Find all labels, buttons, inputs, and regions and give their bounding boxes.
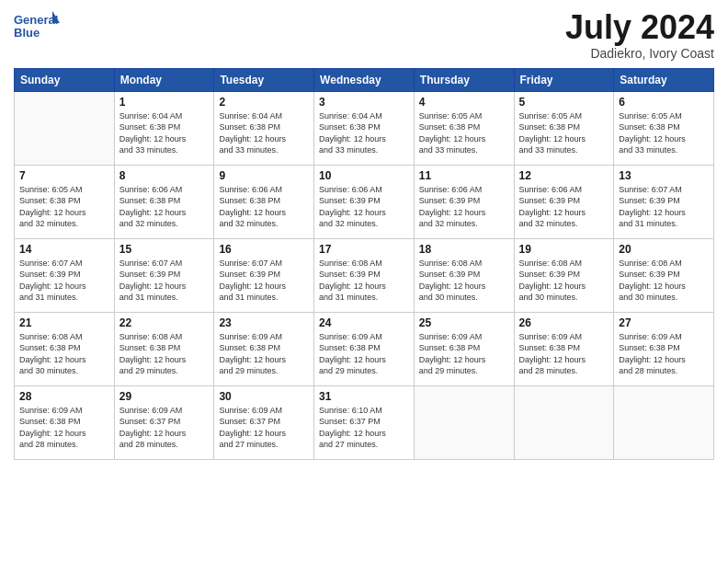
header: General Blue July 2024 Dadiekro, Ivory C… [14,9,714,61]
col-header-friday: Friday [514,68,614,91]
day-number: 16 [219,243,309,256]
logo: General Blue [14,9,60,46]
day-info: Sunrise: 6:07 AM Sunset: 6:39 PM Dayligh… [219,258,309,304]
day-number: 23 [219,316,309,329]
calendar-week-0: 1Sunrise: 6:04 AM Sunset: 6:38 PM Daylig… [15,91,714,165]
svg-text:Blue: Blue [14,26,40,40]
day-info: Sunrise: 6:09 AM Sunset: 6:38 PM Dayligh… [619,331,709,377]
table-row: 3Sunrise: 6:04 AM Sunset: 6:38 PM Daylig… [314,91,415,165]
day-info: Sunrise: 6:06 AM Sunset: 6:39 PM Dayligh… [519,184,609,230]
day-number: 14 [19,243,109,256]
table-row: 10Sunrise: 6:06 AM Sunset: 6:39 PM Dayli… [314,165,415,238]
table-row: 22Sunrise: 6:08 AM Sunset: 6:38 PM Dayli… [114,312,214,385]
table-row [15,91,115,165]
day-number: 8 [119,169,210,182]
day-number: 21 [19,316,109,329]
table-row: 14Sunrise: 6:07 AM Sunset: 6:39 PM Dayli… [15,238,115,312]
day-info: Sunrise: 6:04 AM Sunset: 6:38 PM Dayligh… [219,110,309,156]
day-info: Sunrise: 6:09 AM Sunset: 6:38 PM Dayligh… [419,331,509,377]
day-number: 6 [619,96,709,109]
table-row: 21Sunrise: 6:08 AM Sunset: 6:38 PM Dayli… [15,312,115,385]
day-number: 9 [219,169,309,182]
table-row [514,385,614,459]
calendar-week-4: 28Sunrise: 6:09 AM Sunset: 6:38 PM Dayli… [15,385,714,459]
day-number: 25 [419,316,509,329]
day-number: 13 [619,169,709,182]
day-info: Sunrise: 6:08 AM Sunset: 6:39 PM Dayligh… [619,258,709,304]
day-info: Sunrise: 6:09 AM Sunset: 6:38 PM Dayligh… [19,405,109,451]
day-number: 5 [519,96,609,109]
day-number: 17 [319,243,409,256]
day-info: Sunrise: 6:08 AM Sunset: 6:39 PM Dayligh… [519,258,609,304]
day-info: Sunrise: 6:05 AM Sunset: 6:38 PM Dayligh… [519,110,609,156]
day-number: 24 [319,316,409,329]
day-info: Sunrise: 6:06 AM Sunset: 6:39 PM Dayligh… [319,184,409,230]
day-info: Sunrise: 6:04 AM Sunset: 6:38 PM Dayligh… [119,110,210,156]
title-section: July 2024 Dadiekro, Ivory Coast [565,9,714,61]
day-number: 10 [319,169,409,182]
day-number: 3 [319,96,409,109]
day-number: 20 [619,243,709,256]
day-info: Sunrise: 6:09 AM Sunset: 6:38 PM Dayligh… [319,331,409,377]
table-row: 23Sunrise: 6:09 AM Sunset: 6:38 PM Dayli… [214,312,314,385]
day-number: 18 [419,243,509,256]
calendar-week-2: 14Sunrise: 6:07 AM Sunset: 6:39 PM Dayli… [15,238,714,312]
table-row: 18Sunrise: 6:08 AM Sunset: 6:39 PM Dayli… [414,238,514,312]
table-row: 12Sunrise: 6:06 AM Sunset: 6:39 PM Dayli… [514,165,614,238]
day-number: 2 [219,96,309,109]
table-row [614,385,714,459]
col-header-wednesday: Wednesday [314,68,415,91]
location: Dadiekro, Ivory Coast [565,46,714,61]
table-row: 20Sunrise: 6:08 AM Sunset: 6:39 PM Dayli… [614,238,714,312]
day-info: Sunrise: 6:07 AM Sunset: 6:39 PM Dayligh… [619,184,709,230]
table-row [414,385,514,459]
table-row: 26Sunrise: 6:09 AM Sunset: 6:38 PM Dayli… [514,312,614,385]
col-header-sunday: Sunday [15,68,115,91]
table-row: 25Sunrise: 6:09 AM Sunset: 6:38 PM Dayli… [414,312,514,385]
day-info: Sunrise: 6:10 AM Sunset: 6:37 PM Dayligh… [319,405,409,451]
table-row: 8Sunrise: 6:06 AM Sunset: 6:38 PM Daylig… [114,165,214,238]
table-row: 2Sunrise: 6:04 AM Sunset: 6:38 PM Daylig… [214,91,314,165]
col-header-thursday: Thursday [414,68,514,91]
table-row: 30Sunrise: 6:09 AM Sunset: 6:37 PM Dayli… [214,385,314,459]
day-info: Sunrise: 6:09 AM Sunset: 6:38 PM Dayligh… [219,331,309,377]
day-info: Sunrise: 6:09 AM Sunset: 6:38 PM Dayligh… [519,331,609,377]
day-number: 11 [419,169,509,182]
day-number: 31 [319,390,409,403]
table-row: 6Sunrise: 6:05 AM Sunset: 6:38 PM Daylig… [614,91,714,165]
table-row: 4Sunrise: 6:05 AM Sunset: 6:38 PM Daylig… [414,91,514,165]
day-info: Sunrise: 6:06 AM Sunset: 6:38 PM Dayligh… [219,184,309,230]
day-number: 27 [619,316,709,329]
day-number: 19 [519,243,609,256]
month-title: July 2024 [565,9,714,46]
calendar-week-3: 21Sunrise: 6:08 AM Sunset: 6:38 PM Dayli… [15,312,714,385]
day-number: 15 [119,243,210,256]
table-row: 7Sunrise: 6:05 AM Sunset: 6:38 PM Daylig… [15,165,115,238]
day-info: Sunrise: 6:04 AM Sunset: 6:38 PM Dayligh… [319,110,409,156]
col-header-monday: Monday [114,68,214,91]
day-number: 26 [519,316,609,329]
day-info: Sunrise: 6:09 AM Sunset: 6:37 PM Dayligh… [119,405,210,451]
calendar: Sunday Monday Tuesday Wednesday Thursday… [14,68,714,460]
table-row: 5Sunrise: 6:05 AM Sunset: 6:38 PM Daylig… [514,91,614,165]
day-info: Sunrise: 6:06 AM Sunset: 6:38 PM Dayligh… [119,184,210,230]
day-number: 29 [119,390,210,403]
day-info: Sunrise: 6:07 AM Sunset: 6:39 PM Dayligh… [119,258,210,304]
day-number: 7 [19,169,109,182]
table-row: 29Sunrise: 6:09 AM Sunset: 6:37 PM Dayli… [114,385,214,459]
table-row: 16Sunrise: 6:07 AM Sunset: 6:39 PM Dayli… [214,238,314,312]
svg-text:General: General [14,13,58,27]
day-number: 1 [119,96,210,109]
day-info: Sunrise: 6:05 AM Sunset: 6:38 PM Dayligh… [619,110,709,156]
day-info: Sunrise: 6:09 AM Sunset: 6:37 PM Dayligh… [219,405,309,451]
table-row: 15Sunrise: 6:07 AM Sunset: 6:39 PM Dayli… [114,238,214,312]
day-info: Sunrise: 6:06 AM Sunset: 6:39 PM Dayligh… [419,184,509,230]
col-header-saturday: Saturday [614,68,714,91]
table-row: 13Sunrise: 6:07 AM Sunset: 6:39 PM Dayli… [614,165,714,238]
col-header-tuesday: Tuesday [214,68,314,91]
calendar-header-row: Sunday Monday Tuesday Wednesday Thursday… [15,68,714,91]
table-row: 11Sunrise: 6:06 AM Sunset: 6:39 PM Dayli… [414,165,514,238]
table-row: 28Sunrise: 6:09 AM Sunset: 6:38 PM Dayli… [15,385,115,459]
day-number: 28 [19,390,109,403]
table-row: 31Sunrise: 6:10 AM Sunset: 6:37 PM Dayli… [314,385,415,459]
